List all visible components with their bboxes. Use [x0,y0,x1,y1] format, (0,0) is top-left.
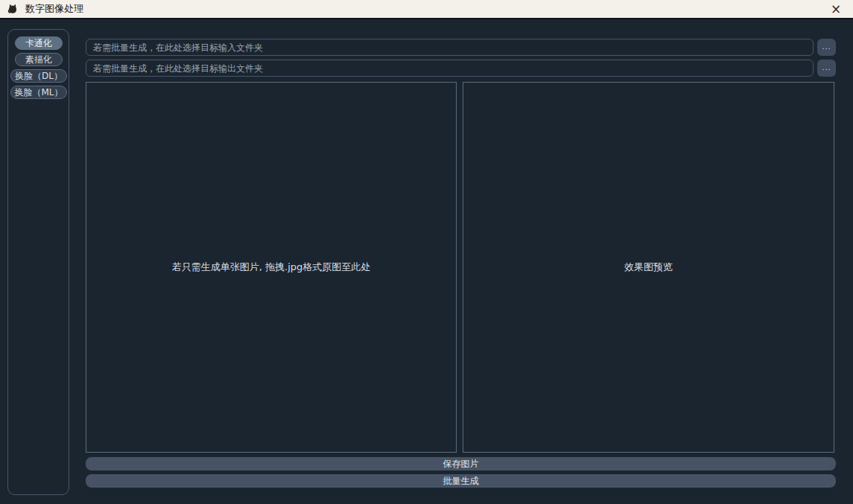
sidebar-item-faceswap-dl[interactable]: 换脸（DL） [10,69,67,83]
input-folder-browse-button[interactable]: ... [817,39,836,56]
save-image-button[interactable]: 保存图片 [86,457,836,470]
app-cat-icon [6,2,19,16]
output-folder-browse-button[interactable]: ... [817,60,836,77]
batch-generate-button[interactable]: 批量生成 [86,474,836,488]
mode-sidebar: 卡通化 素描化 换脸（DL） 换脸（ML） [7,29,69,495]
preview-panel: 效果图预览 [463,82,834,453]
window-title: 数字图像处理 [25,2,83,16]
preview-hint: 效果图预览 [624,261,673,274]
titlebar: 数字图像处理 × [0,0,853,19]
sidebar-item-sketch[interactable]: 素描化 [15,53,63,66]
sidebar-item-cartoonize[interactable]: 卡通化 [15,36,63,50]
image-drop-zone[interactable]: 若只需生成单张图片, 拖拽.jpg格式原图至此处 [86,82,457,453]
close-icon[interactable]: × [825,0,847,18]
output-folder-field[interactable] [86,60,814,77]
input-folder-field[interactable] [86,39,814,56]
drop-zone-hint: 若只需生成单张图片, 拖拽.jpg格式原图至此处 [172,261,371,274]
sidebar-item-faceswap-ml[interactable]: 换脸（ML） [10,86,67,99]
